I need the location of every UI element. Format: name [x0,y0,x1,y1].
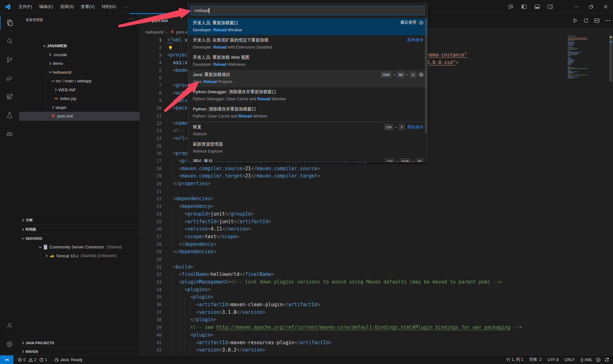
code-line-37[interactable]: 37 <version>3.1.0</version> [140,309,613,316]
toggle-panel-icon[interactable] [534,4,540,9]
cursor-position[interactable]: 行 1, 列 1 [507,357,524,362]
menu-item-4[interactable]: 转到(G) [98,2,120,11]
gear-icon[interactable] [419,72,424,77]
close-window-button[interactable] [598,0,613,13]
sync-icon[interactable] [583,18,589,23]
palette-item-9[interactable]: 调试: 重启Debug: RestartCtrl+Shift+F5 [188,157,428,162]
more-actions-icon[interactable] [605,18,610,23]
source-control-icon[interactable] [0,50,19,69]
search-icon[interactable] [0,32,19,50]
account-icon[interactable] [0,316,19,335]
code-line-39[interactable]: 39 <!-- see http://maven.apache.org/ref/… [140,324,613,331]
code-line-31[interactable]: 31 <build> [140,263,613,271]
breadcrumb-folder[interactable]: helloworld [146,30,163,34]
encoding[interactable]: UTF-8 [547,358,558,362]
palette-item-1[interactable]: 开发人员: 在禁用扩展的情况下重新加载Developer: Reload wit… [188,35,428,53]
code-line-29[interactable]: 29 </dependencies> [140,248,613,256]
minimize-button[interactable] [569,0,584,13]
code-line-42[interactable]: 42 <version>3.0.2</version> [140,346,613,354]
code-line-40[interactable]: 40 <plugin> [140,331,613,339]
section-timeline[interactable]: 时间线 [19,224,140,234]
code-line-26[interactable]: 26 <version>4.11</version> [140,225,613,233]
server-item-Tomcat-10.x[interactable]: Tomcat 10.x(Started) (Unknown) [19,252,140,261]
language-mode[interactable]: {} XML [580,358,593,362]
command-input[interactable]: >reload [191,6,425,15]
palette-item-4[interactable]: Python Debugger: 清除缓存并重新加载窗口Python Debug… [188,87,428,104]
menu-item-2[interactable]: 选择(S) [57,2,77,11]
problems-indicator[interactable]: 0 2 1 [18,358,47,362]
testing-icon[interactable] [0,106,19,125]
explorer-item-pom.xml[interactable]: pom.xml [19,112,140,121]
code-line-19[interactable]: 19 <maven.compiler.target>21</maven.comp… [140,172,613,180]
code-line-25[interactable]: 25 <artifactId>junit</artifactId> [140,218,613,226]
notifications-bell-icon[interactable] [604,357,609,362]
customize-layout-icon[interactable] [508,4,514,9]
explorer-item-demo[interactable]: demo [19,59,140,68]
section-servers[interactable]: SERVERS [19,234,140,243]
eol-sequence[interactable]: CRLF [564,358,575,362]
code-line-21[interactable]: 21 [140,188,613,195]
restore-button[interactable] [584,0,598,13]
section-outline[interactable]: 大纲 [19,215,140,225]
palette-scrollbar[interactable] [425,18,427,133]
item-label: demo [53,61,63,66]
explorer-item-index.jsp[interactable]: <>index.jsp [19,94,140,103]
code-line-22[interactable]: 22 <dependencies> [140,195,613,203]
indentation[interactable]: 空格: 2 [529,357,541,362]
code-line-35[interactable]: 35 <plugin> [140,293,613,301]
menu-item-0[interactable]: 文件(F) [15,2,36,11]
explorer-more-actions[interactable]: ··· [129,16,134,21]
code-line-38[interactable]: 38 </plugin> [140,316,613,324]
server-item-Community-Server-Connector[interactable]: Community Server Connector(Started) [19,243,140,252]
code-line-18[interactable]: 18 <maven.compiler.source>21</maven.comp… [140,165,613,173]
run-and-debug-icon[interactable] [0,69,19,87]
palette-item-0[interactable]: 开发人员: 重新加载窗口Developer: Reload Window最近使用 [188,18,428,35]
menu-more-button[interactable]: ··· [119,4,132,9]
settings-gear-icon[interactable] [0,335,19,353]
lightbulb-icon[interactable] [168,45,173,50]
extensions-icon[interactable] [0,87,19,106]
line-number: 20 [140,180,167,188]
palette-item-3[interactable]: Java: 重新加载项目Java: Reload ProjectsShift+A… [188,70,428,87]
code-line-32[interactable]: 32 <finalName>helloworld</finalName> [140,271,613,278]
explorer-icon[interactable] [0,13,19,32]
code-line-20[interactable]: 20 </properties> [140,180,613,188]
menu-item-3[interactable]: 查看(V) [77,2,98,11]
palette-item-5[interactable]: Python: 清除缓存并重新加载窗口Python: Clear Cache a… [188,104,428,122]
section-maven[interactable]: MAVEN [19,347,140,355]
code-line-36[interactable]: 36 <artifactId>maven-clean-plugin</artif… [140,301,613,309]
tab-pom-xml[interactable]: pom.xml × [140,13,193,28]
code-line-28[interactable]: 28 </dependency> [140,241,613,248]
explorer-item-src-main-webapp[interactable]: src \ main \ webapp [19,77,140,86]
activity-bar [0,13,19,355]
code-line-27[interactable]: 27 <scope>test</scope> [140,233,613,241]
item-label: pom.xml [57,114,73,118]
code-line-34[interactable]: 34 <plugins> [140,286,613,294]
explorer-item-target[interactable]: target [19,103,140,112]
copilot-icon[interactable] [0,125,19,143]
split-editor-icon[interactable] [594,18,600,23]
toggle-primary-sidebar-icon[interactable] [521,4,527,9]
palette-item-7[interactable]: 恢复RefreshCtrl+Y类似命令 [188,122,428,140]
java-status[interactable]: Java: Ready [54,357,82,362]
toggle-secondary-sidebar-icon[interactable] [548,4,553,9]
section-java-projects[interactable]: JAVA PROJECTS [19,338,140,347]
explorer-item-WEB-INF[interactable]: WEB-INF [19,86,140,95]
gear-icon[interactable] [419,20,424,25]
code-line-23[interactable]: 23 <dependency> [140,203,613,210]
code-line-41[interactable]: 41 <artifactId>maven-resources-plugin</a… [140,339,613,347]
minimap[interactable] [567,36,589,96]
palette-item-8[interactable]: 刷新资源管理器Refresh Explorer [188,140,428,157]
run-button[interactable] [572,18,578,23]
explorer-item-.vscode[interactable]: .vscode [19,50,140,59]
code-line-30[interactable]: 30 [140,256,613,263]
explorer-item-helloworld[interactable]: helloworld2 [19,68,140,77]
explorer-item-JAVAWEB[interactable]: JAVAWEB [19,42,140,50]
similar-commands-link[interactable]: 类似命令 [407,124,424,130]
code-line-24[interactable]: 24 <groupId>junit</groupId> [140,210,613,218]
remote-indicator[interactable]: >< [0,355,13,364]
feedback-smiley-icon[interactable] [596,357,601,362]
palette-item-2[interactable]: 开发人员: 重新加载 Web 视图Developer: Reload Webvi… [188,53,428,70]
menu-item-1[interactable]: 编辑(E) [36,2,57,11]
code-line-33[interactable]: 33 <pluginManagement><!-- lock down plug… [140,278,613,286]
